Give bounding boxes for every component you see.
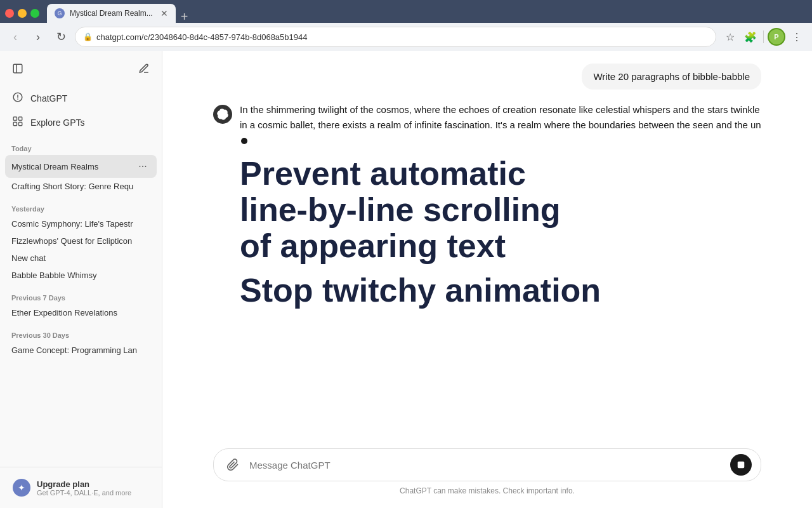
user-message: Write 20 paragraphs of bibble-babble bbox=[213, 64, 761, 90]
sidebar-section-30days: Previous 30 Days Game Concept: Programmi… bbox=[0, 324, 162, 361]
active-tab[interactable]: G Mystical Dream Realm... ✕ bbox=[47, 4, 176, 23]
big-heading-1: Prevent automatic line-by-line scrolling… bbox=[240, 156, 761, 265]
sidebar-item-crafting[interactable]: Crafting Short Story: Genre Requ bbox=[5, 178, 157, 195]
svg-rect-0 bbox=[13, 64, 22, 73]
sidebar: ChatGPT Explore GPTs Toda bbox=[0, 51, 162, 508]
svg-rect-3 bbox=[19, 117, 22, 120]
tab-close-button[interactable]: ✕ bbox=[160, 8, 168, 18]
minimize-button[interactable] bbox=[18, 9, 27, 18]
assistant-avatar bbox=[213, 105, 232, 124]
attach-button[interactable] bbox=[223, 455, 243, 475]
sidebar-item-explore[interactable]: Explore GPTs bbox=[5, 110, 157, 135]
sidebar-section-today: Today Mystical Dream Realms ··· Crafting… bbox=[0, 137, 162, 197]
sidebar-item-chatgpt[interactable]: ChatGPT bbox=[5, 86, 157, 110]
sidebar-item-text: Fizzlewhops' Quest for Eclipticon bbox=[11, 236, 150, 246]
back-button[interactable]: ‹ bbox=[6, 28, 24, 46]
close-button[interactable] bbox=[5, 9, 14, 18]
sidebar-item-text: Mystical Dream Realms bbox=[11, 162, 135, 171]
sidebar-item-cosmic[interactable]: Cosmic Symphony: Life's Tapestr bbox=[5, 215, 157, 232]
forward-button[interactable]: › bbox=[29, 28, 47, 46]
profile-button[interactable]: P bbox=[768, 28, 785, 46]
sidebar-item-game[interactable]: Game Concept: Programming Lan bbox=[5, 342, 157, 359]
menu-button[interactable]: ⋮ bbox=[788, 28, 806, 46]
address-bar[interactable]: 🔒 chatgpt.com/c/23048640-8d4c-4857-974b-… bbox=[75, 27, 716, 47]
address-text: chatgpt.com/c/23048640-8d4c-4857-974b-8d… bbox=[96, 32, 708, 42]
chatgpt-label: ChatGPT bbox=[30, 93, 67, 104]
app-body: ChatGPT Explore GPTs Toda bbox=[0, 51, 812, 508]
input-footer: ChatGPT can make mistakes. Check importa… bbox=[213, 486, 761, 495]
sidebar-item-text: Babble Babble Whimsy bbox=[11, 271, 150, 280]
assistant-text: In the shimmering twilight of the cosmos… bbox=[240, 102, 761, 148]
svg-rect-5 bbox=[19, 123, 22, 126]
explore-label: Explore GPTs bbox=[30, 117, 85, 128]
streaming-cursor bbox=[241, 138, 247, 144]
sidebar-item-babble[interactable]: Babble Babble Whimsy bbox=[5, 267, 157, 284]
assistant-message: In the shimmering twilight of the cosmos… bbox=[213, 102, 761, 316]
reload-button[interactable]: ↻ bbox=[52, 28, 70, 46]
tab-bar: G Mystical Dream Realm... ✕ + bbox=[47, 4, 807, 23]
svg-rect-6 bbox=[738, 462, 745, 469]
section-title-30days: Previous 30 Days bbox=[5, 326, 157, 342]
sidebar-scroll: ChatGPT Explore GPTs Toda bbox=[0, 84, 162, 467]
upgrade-button[interactable]: ✦ Upgrade plan Get GPT-4, DALL·E, and mo… bbox=[6, 474, 155, 502]
chatgpt-icon bbox=[11, 91, 24, 105]
sidebar-nav: ChatGPT Explore GPTs bbox=[0, 84, 162, 137]
sidebar-section-yesterday: Yesterday Cosmic Symphony: Life's Tapest… bbox=[0, 197, 162, 286]
main-content: Write 20 paragraphs of bibble-babble In … bbox=[162, 51, 812, 508]
tab-favicon: G bbox=[55, 8, 65, 18]
input-area: ChatGPT can make mistakes. Check importa… bbox=[162, 441, 812, 508]
separator bbox=[763, 30, 764, 43]
browser-chrome: G Mystical Dream Realm... ✕ + ‹ › ↻ 🔒 ch… bbox=[0, 0, 812, 51]
upgrade-subtitle: Get GPT-4, DALL·E, and more bbox=[37, 489, 131, 497]
sidebar-item-text: Crafting Short Story: Genre Requ bbox=[11, 182, 150, 191]
sidebar-item-text: Game Concept: Programming Lan bbox=[11, 345, 150, 355]
upgrade-icon: ✦ bbox=[13, 479, 30, 497]
sidebar-item-text: Ether Expedition Revelations bbox=[11, 308, 150, 318]
extensions-button[interactable]: 🧩 bbox=[742, 28, 759, 46]
sidebar-item-text: New chat bbox=[11, 253, 150, 263]
upgrade-title: Upgrade plan bbox=[37, 479, 131, 489]
input-container bbox=[213, 448, 761, 481]
section-title-7days: Previous 7 Days bbox=[5, 289, 157, 304]
stop-button[interactable] bbox=[730, 454, 752, 476]
big-heading-2: Stop twitchy animation bbox=[240, 272, 761, 309]
sidebar-item-actions: ··· bbox=[135, 159, 150, 174]
new-tab-button[interactable]: + bbox=[176, 10, 193, 23]
toggle-sidebar-button[interactable] bbox=[8, 58, 28, 79]
upgrade-text: Upgrade plan Get GPT-4, DALL·E, and more bbox=[37, 479, 131, 497]
svg-rect-2 bbox=[13, 117, 16, 120]
chat-area: Write 20 paragraphs of bibble-babble In … bbox=[162, 51, 812, 441]
sidebar-footer: ✦ Upgrade plan Get GPT-4, DALL·E, and mo… bbox=[0, 467, 162, 508]
sidebar-item-ether[interactable]: Ether Expedition Revelations bbox=[5, 304, 157, 321]
bookmark-button[interactable]: ☆ bbox=[721, 28, 739, 46]
chat-wrapper: Write 20 paragraphs of bibble-babble In … bbox=[162, 51, 812, 441]
nav-bar: ‹ › ↻ 🔒 chatgpt.com/c/23048640-8d4c-4857… bbox=[0, 23, 812, 51]
sidebar-item-fizzle[interactable]: Fizzlewhops' Quest for Eclipticon bbox=[5, 232, 157, 250]
new-chat-button[interactable] bbox=[134, 58, 154, 79]
message-input[interactable] bbox=[249, 460, 724, 471]
title-bar: G Mystical Dream Realm... ✕ + bbox=[0, 0, 812, 23]
sidebar-item-new-chat[interactable]: New chat bbox=[5, 250, 157, 267]
sidebar-header bbox=[0, 51, 162, 84]
sidebar-section-7days: Previous 7 Days Ether Expedition Revelat… bbox=[0, 286, 162, 324]
section-title-today: Today bbox=[5, 140, 157, 155]
section-title-yesterday: Yesterday bbox=[5, 200, 157, 215]
nav-actions: ☆ 🧩 P ⋮ bbox=[721, 28, 806, 46]
tab-title: Mystical Dream Realm... bbox=[70, 9, 153, 18]
explore-icon bbox=[11, 116, 24, 130]
lock-icon: 🔒 bbox=[83, 32, 93, 41]
more-actions-button[interactable]: ··· bbox=[135, 159, 150, 174]
user-bubble: Write 20 paragraphs of bibble-babble bbox=[582, 64, 761, 90]
sidebar-item-mystical[interactable]: Mystical Dream Realms ··· bbox=[5, 155, 157, 178]
assistant-content: In the shimmering twilight of the cosmos… bbox=[240, 102, 761, 316]
maximize-button[interactable] bbox=[30, 9, 39, 18]
svg-rect-4 bbox=[13, 123, 16, 126]
window-controls bbox=[5, 9, 39, 18]
sidebar-item-text: Cosmic Symphony: Life's Tapestr bbox=[11, 219, 150, 229]
